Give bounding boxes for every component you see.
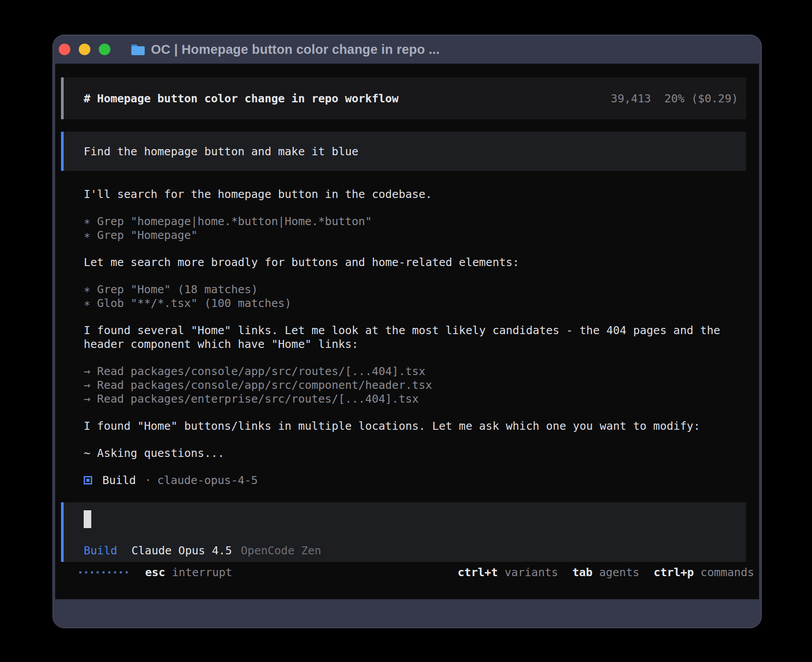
- tool-call-line: ∗ Grep "Homepage": [84, 228, 759, 242]
- tool-call-line: ∗ Grep "Home" (18 matches): [84, 283, 759, 296]
- tool-call-line: ∗ Grep "homepage|home.*button|Home.*butt…: [84, 214, 759, 228]
- keyboard-hint-tab: tabagents: [572, 566, 639, 579]
- prompt-input[interactable]: Build Claude Opus 4.5 OpenCode Zen: [61, 502, 746, 562]
- keyboard-hint-esc: escinterrupt: [145, 566, 232, 579]
- hint-label: variants: [504, 566, 558, 579]
- agent-task-name: Build: [102, 474, 136, 487]
- window-bottom-bar: [53, 599, 761, 628]
- assistant-text-line: I'll search for the homepage button in t…: [84, 187, 759, 201]
- hint-key: ctrl+t: [458, 566, 498, 579]
- transcript-block-text: I found "Home" buttons/links in multiple…: [84, 419, 759, 433]
- provider-label: OpenCode Zen: [241, 544, 321, 557]
- keyboard-hint-ctrl-t: ctrl+tvariants: [458, 566, 558, 579]
- keyboard-hints-left: escinterrupt: [145, 566, 232, 579]
- model-label[interactable]: Claude Opus 4.5: [131, 544, 232, 557]
- spinner-dots: [79, 571, 128, 573]
- transcript-block-text: I'll search for the homepage button in t…: [84, 187, 759, 201]
- spinner-dot: [102, 571, 105, 573]
- session-title: # Homepage button color change in repo w…: [84, 92, 398, 105]
- user-message-text: Find the homepage button and make it blu…: [84, 145, 358, 158]
- terminal-content: # Homepage button color change in repo w…: [55, 64, 759, 599]
- transcript: I'll search for the homepage button in t…: [84, 187, 759, 487]
- close-button[interactable]: [59, 44, 70, 55]
- hint-key: esc: [145, 566, 165, 579]
- agent-mode-label[interactable]: Build: [84, 544, 117, 557]
- agent-task-icon: [84, 476, 92, 484]
- hint-label: interrupt: [172, 566, 232, 579]
- spinner-dot: [79, 571, 81, 573]
- transcript-block-tools: ∗ Grep "Home" (18 matches)∗ Glob "**/*.t…: [84, 283, 759, 310]
- folder-icon: [131, 44, 145, 56]
- assistant-text-line: header component which have "Home" links…: [84, 337, 759, 351]
- spinner-dot: [108, 571, 110, 573]
- title-group: OC | Homepage button color change in rep…: [131, 42, 440, 57]
- tool-call-line: ∗ Glob "**/*.tsx" (100 matches): [84, 296, 759, 310]
- assistant-text-line: Let me search more broadly for buttons a…: [84, 255, 759, 269]
- input-meta: Build Claude Opus 4.5 OpenCode Zen: [84, 544, 321, 557]
- window-titlebar[interactable]: OC | Homepage button color change in rep…: [53, 35, 761, 64]
- tool-call-line: → Read packages/enterprise/src/routes/[.…: [84, 392, 759, 406]
- text-cursor: [84, 510, 91, 528]
- spinner-dot: [85, 571, 87, 573]
- agent-separator: ·: [145, 474, 151, 487]
- assistant-text-line: ~ Asking questions...: [84, 446, 759, 460]
- tool-call-line: → Read packages/console/app/src/routes/[…: [84, 364, 759, 378]
- assistant-text-line: I found "Home" buttons/links in multiple…: [84, 419, 759, 433]
- hint-key: ctrl+p: [654, 566, 694, 579]
- window-title: OC | Homepage button color change in rep…: [151, 42, 440, 57]
- keyboard-hint-ctrl-p: ctrl+pcommands: [654, 566, 754, 579]
- transcript-block-text: Let me search more broadly for buttons a…: [84, 255, 759, 269]
- transcript-block-text: ~ Asking questions...: [84, 446, 759, 460]
- spinner-dot: [120, 571, 122, 573]
- tool-call-line: → Read packages/console/app/src/componen…: [84, 378, 759, 392]
- token-count: 39,413: [611, 92, 651, 105]
- transcript-block-text: I found several "Home" links. Let me loo…: [84, 323, 759, 351]
- zoom-button[interactable]: [99, 44, 110, 55]
- transcript-block-agent: Build·claude-opus-4-5: [84, 473, 759, 487]
- transcript-block-tools: → Read packages/console/app/src/routes/[…: [84, 364, 759, 406]
- hint-label: commands: [701, 566, 754, 579]
- user-message: Find the homepage button and make it blu…: [61, 132, 746, 171]
- status-bar: escinterrupt ctrl+tvariantstabagentsctrl…: [79, 565, 754, 579]
- terminal-window: OC | Homepage button color change in rep…: [53, 35, 762, 628]
- transcript-block-tools: ∗ Grep "homepage|home.*button|Home.*butt…: [84, 214, 759, 242]
- hint-key: tab: [572, 566, 593, 579]
- assistant-text-line: I found several "Home" links. Let me loo…: [84, 323, 759, 337]
- agent-model-name: claude-opus-4-5: [157, 474, 258, 487]
- keyboard-hints-right: ctrl+tvariantstabagentsctrl+pcommands: [458, 566, 754, 579]
- context-usage-cost: 20% ($0.29): [664, 92, 738, 105]
- spinner-dot: [97, 571, 99, 573]
- spinner-dot: [126, 571, 128, 573]
- session-stats: 39,413 20% ($0.29): [611, 92, 738, 105]
- spinner-dot: [91, 571, 93, 573]
- hint-label: agents: [599, 566, 639, 579]
- minimize-button[interactable]: [79, 44, 90, 55]
- spinner-dot: [114, 571, 116, 573]
- session-header: # Homepage button color change in repo w…: [61, 77, 746, 119]
